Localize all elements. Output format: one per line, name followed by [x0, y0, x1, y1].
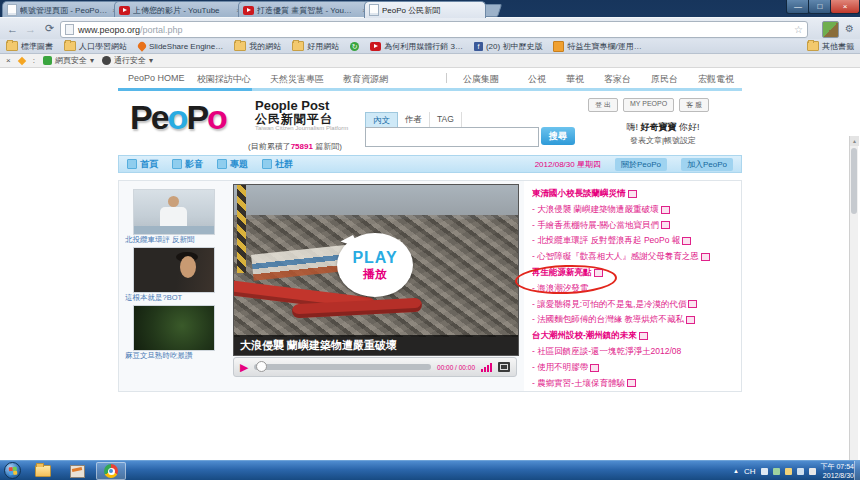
- forward-icon[interactable]: →: [22, 20, 39, 37]
- bookmark-item[interactable]: 為何利用媒體行銷 3…: [370, 41, 463, 52]
- window-minimize-button[interactable]: —: [786, 0, 810, 14]
- tray-icon[interactable]: [761, 468, 768, 475]
- nav-campus[interactable]: 校園採訪中心: [197, 73, 251, 86]
- join-peopo-button[interactable]: 加入PeoPo: [681, 158, 733, 171]
- other-bookmarks-button[interactable]: 其他書籤: [807, 41, 854, 52]
- counter-value: 75891: [291, 142, 313, 151]
- back-icon[interactable]: ←: [4, 20, 21, 37]
- extension-icon[interactable]: [822, 21, 839, 38]
- main-content: 北投纜車環評 反新聞 這根本就是?BOT 麻豆文旦熟時吃最讚 PLAY 播放 大…: [118, 180, 742, 392]
- bookmark-item[interactable]: f(20) 初中歷史版: [474, 41, 542, 52]
- my-peopo-button[interactable]: MY PEOPO: [623, 98, 674, 112]
- web-security-menu[interactable]: 網頁安全 ▾: [43, 55, 94, 66]
- progress-bar[interactable]: [254, 364, 431, 370]
- bookmark-item[interactable]: 標準圖書: [6, 41, 53, 52]
- news-link[interactable]: 法國麵包師傅的台灣緣 教導烘焙不藏私: [532, 312, 737, 328]
- play-button[interactable]: ▶: [240, 362, 248, 373]
- bookmark-item[interactable]: 人口學習網站: [64, 41, 127, 52]
- bookmark-label: 其他書籤: [822, 41, 854, 52]
- news-link[interactable]: 農鄉實習-土壤保育體驗: [532, 376, 737, 391]
- browser-tab-active[interactable]: PeoPo 公民新聞: [364, 1, 486, 18]
- tray-icon[interactable]: [773, 468, 780, 475]
- start-button[interactable]: [4, 462, 21, 479]
- bookmark-item[interactable]: ↻: [350, 42, 359, 51]
- video-caption-1[interactable]: 北投纜車環評 反新聞: [125, 235, 225, 245]
- play-overlay-button[interactable]: PLAY 播放: [337, 233, 413, 297]
- address-bar[interactable]: www.peopo.org/portal.php ☆: [60, 21, 808, 38]
- page-scrollbar[interactable]: ▲ ▼: [849, 136, 858, 460]
- hidden-icons-arrow[interactable]: ▲: [733, 468, 739, 474]
- account-buttons: 登 出 MY PEOPO 客 服: [588, 98, 709, 112]
- video-icon: [661, 221, 670, 229]
- news-section-header[interactable]: 台大潮州設校-潮州鎮的未來: [532, 328, 737, 344]
- play-label-zh: 播放: [363, 268, 387, 280]
- nav-disaster[interactable]: 天然災害專區: [270, 73, 324, 86]
- video-caption-3[interactable]: 麻豆文旦熟時吃最讚: [125, 351, 225, 361]
- nav-hakka[interactable]: 客家台: [604, 73, 631, 86]
- news-link[interactable]: 使用不明膠帶: [532, 360, 737, 376]
- nav-cts[interactable]: 華視: [566, 73, 584, 86]
- about-peopo-button[interactable]: 關於PeoPo: [615, 158, 667, 171]
- video-thumbnail-1[interactable]: [133, 189, 215, 235]
- taskbar-chrome-button[interactable]: [96, 462, 126, 480]
- progress-handle[interactable]: [256, 361, 267, 372]
- post-article-link[interactable]: 發表文章: [630, 136, 662, 145]
- news-link[interactable]: 大浪侵襲 蘭嶼建築物遭嚴重破壞: [532, 202, 737, 218]
- nav-macroview[interactable]: 宏觀電視: [698, 73, 734, 86]
- video-thumbnail-2[interactable]: [133, 247, 215, 293]
- browser-tab-2[interactable]: 上傳您的影片 - YouTube ×: [114, 1, 246, 18]
- bookmark-item[interactable]: 好用網站: [292, 41, 339, 52]
- pass-security-menu[interactable]: 通行安全 ▾: [102, 55, 153, 66]
- video-caption-2[interactable]: 這根本就是?BOT: [125, 293, 225, 303]
- taskbar-explorer-button[interactable]: [28, 462, 58, 480]
- taskbar-app-button[interactable]: [62, 462, 92, 480]
- news-link[interactable]: 讓愛聽得見:可怕的不是鬼,是冷漠的代價: [532, 297, 737, 313]
- peopo-logo[interactable]: PeoPo: [130, 98, 226, 137]
- menu-home[interactable]: 首頁: [127, 158, 158, 171]
- nav-education[interactable]: 教育資源網: [343, 73, 388, 86]
- nav-pts[interactable]: 公視: [528, 73, 546, 86]
- account-settings-link[interactable]: 帳號設定: [664, 136, 696, 145]
- taskbar-clock[interactable]: 下午 07:54 2012/8/30: [821, 462, 854, 480]
- nav-titv[interactable]: 原民台: [651, 73, 678, 86]
- scrollbar-thumb[interactable]: [851, 148, 857, 214]
- overflow-icon[interactable]: :: [33, 56, 35, 65]
- video-player[interactable]: PLAY 播放 大浪侵襲 蘭嶼建築物遭嚴重破壞: [233, 184, 519, 356]
- tray-icon[interactable]: [785, 468, 792, 475]
- news-link[interactable]: 北投纜車環評 反對聲浪再起 PeoPo 報: [532, 233, 737, 249]
- logout-button[interactable]: 登 出: [588, 98, 618, 112]
- menu-video[interactable]: 影音: [172, 158, 203, 171]
- diamond-icon[interactable]: [17, 56, 25, 64]
- bookmark-item[interactable]: 我的網站: [234, 41, 281, 52]
- network-icon[interactable]: [797, 468, 804, 475]
- fullscreen-button[interactable]: [498, 362, 510, 372]
- browser-tab-3[interactable]: 打造優質 畫質智慧 - You… ×: [238, 1, 372, 18]
- volume-icon[interactable]: [809, 468, 816, 475]
- menu-topics[interactable]: 專題: [217, 158, 248, 171]
- bookmark-star-icon[interactable]: ☆: [794, 24, 803, 35]
- bookmark-item[interactable]: 特益生寶專欄/運用…: [553, 41, 641, 52]
- service-button[interactable]: 客 服: [679, 98, 709, 112]
- reload-icon[interactable]: ⟳: [41, 20, 58, 37]
- browser-tab-1[interactable]: 帳號管理頁面 - PeoPo 公… ×: [2, 1, 122, 18]
- menu-icon: [172, 159, 182, 169]
- video-thumbnail-3[interactable]: [133, 305, 215, 351]
- news-link[interactable]: 心智障礙『歡喜相大人』感謝父母養育之恩: [532, 249, 737, 265]
- toolbar2-close[interactable]: ×: [6, 56, 11, 65]
- nav-peopo-home[interactable]: PeoPo HOME: [128, 73, 185, 83]
- settings-wrench-icon[interactable]: ⚙: [842, 20, 857, 37]
- window-close-button[interactable]: ×: [830, 0, 860, 14]
- bookmark-item[interactable]: SlideShare Engine…: [138, 42, 223, 51]
- news-section-header[interactable]: 東清國小校長談蘭嶼災情: [532, 186, 737, 202]
- news-link[interactable]: 手繪香蕉棚特展-關心當地寶貝們: [532, 218, 737, 234]
- language-indicator[interactable]: CH: [744, 467, 756, 476]
- scroll-up-icon[interactable]: ▲: [850, 136, 859, 146]
- volume-icon[interactable]: [481, 362, 492, 372]
- show-desktop-button[interactable]: [854, 461, 860, 480]
- search-button[interactable]: 搜尋: [541, 127, 575, 145]
- news-link[interactable]: 社區回饋座談-還一塊乾淨淨土2012/08: [532, 344, 737, 360]
- nav-pts-group[interactable]: 公廣集團: [463, 73, 499, 86]
- menu-community[interactable]: 社群: [262, 158, 293, 171]
- search-input[interactable]: [365, 127, 539, 147]
- window-maximize-button[interactable]: □: [808, 0, 832, 14]
